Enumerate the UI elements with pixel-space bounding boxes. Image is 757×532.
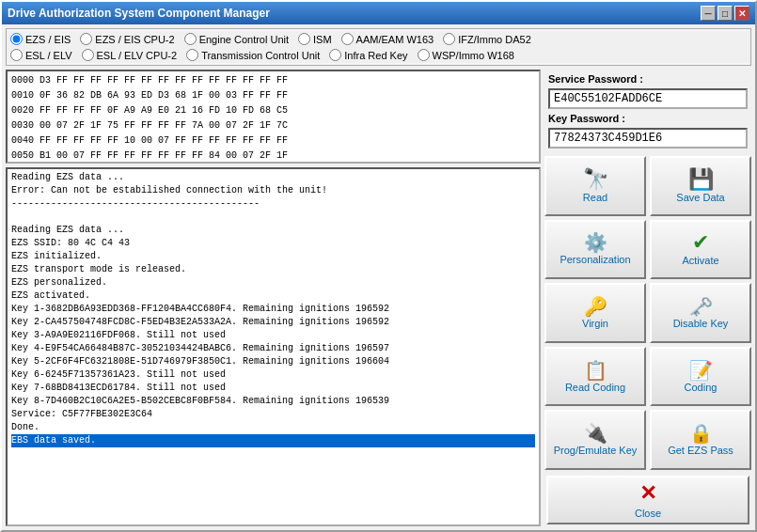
save-data-icon: 💾 — [688, 169, 714, 190]
activate-button[interactable]: ✔ Activate — [650, 220, 751, 280]
close-button[interactable]: ✕ Close — [546, 476, 749, 524]
key-password-input[interactable] — [548, 128, 748, 149]
window-close-button[interactable]: ✕ — [734, 6, 749, 21]
radio-tcu[interactable]: Transmission Control Unit — [186, 49, 320, 61]
virgin-icon: 🔑 — [584, 297, 607, 316]
radio-ifz[interactable]: IFZ/Immo DA52 — [443, 33, 531, 45]
write-coding-icon: 📝 — [689, 361, 713, 380]
disable-key-icon: 🗝️ — [689, 297, 713, 316]
close-section: ✕ Close — [544, 474, 751, 526]
content-area: EZS / EIS EZS / EIS CPU-2 Engine Control… — [2, 24, 755, 530]
minimize-button[interactable]: ─ — [701, 6, 716, 21]
radio-wsp[interactable]: WSP/Immo W168 — [418, 49, 514, 61]
read-label: Read — [583, 192, 607, 203]
personalization-button[interactable]: ⚙️ Personalization — [544, 220, 646, 280]
button-grid: 🔭 Read 💾 Save Data ⚙️ Personalization — [544, 156, 751, 470]
hex-display[interactable]: 0000 D3 FF FF FF FF FF FF FF FF FF FF FF… — [6, 70, 541, 164]
prog-emulate-key-button[interactable]: 🔌 Prog/Emulate Key — [544, 410, 646, 470]
radio-aam-eam[interactable]: AAM/EAM W163 — [341, 33, 434, 45]
read-coding-icon: 📋 — [584, 361, 607, 380]
radio-esl-elv-cpu2[interactable]: ESL / ELV CPU-2 — [82, 49, 178, 61]
radio-row-2: ESL / ELV ESL / ELV CPU-2 Transmission C… — [7, 47, 750, 63]
maximize-button[interactable]: □ — [718, 6, 733, 21]
get-ezs-pass-label: Get EZS Pass — [668, 445, 733, 456]
password-section: Service Password : Key Password : — [544, 70, 751, 152]
radio-ism[interactable]: ISM — [298, 33, 332, 45]
log-area[interactable]: Reading EZS data ...Error: Can not be es… — [6, 167, 541, 526]
radio-ezs-eis-cpu2[interactable]: EZS / EIS CPU-2 — [80, 33, 174, 45]
radio-ecu[interactable]: Engine Control Unit — [184, 33, 289, 45]
key-password-label: Key Password : — [548, 113, 748, 124]
save-data-button[interactable]: 💾 Save Data — [650, 156, 751, 216]
activate-icon: ✔ — [692, 232, 709, 253]
radio-infrared[interactable]: Infra Red Key — [329, 49, 407, 61]
service-password-label: Service Password : — [548, 73, 748, 85]
virgin-button[interactable]: 🔑 Virgin — [544, 283, 646, 343]
read-coding-button[interactable]: 📋 Read Coding — [544, 347, 646, 407]
read-icon: 🔭 — [583, 169, 608, 190]
write-coding-button[interactable]: 📝 Coding — [650, 347, 751, 407]
radio-ezs-eis[interactable]: EZS / EIS — [10, 33, 71, 45]
radio-rows-container: EZS / EIS EZS / EIS CPU-2 Engine Control… — [6, 28, 751, 66]
main-area: 0000 D3 FF FF FF FF FF FF FF FF FF FF FF… — [6, 70, 751, 526]
close-label: Close — [635, 508, 661, 519]
disable-key-label: Disable Key — [673, 318, 729, 329]
get-ezs-pass-button[interactable]: 🔒 Get EZS Pass — [650, 410, 751, 470]
titlebar: Drive Authorization System Component Man… — [2, 2, 755, 24]
radio-esl-elv[interactable]: ESL / ELV — [10, 49, 72, 61]
main-window: Drive Authorization System Component Man… — [0, 0, 757, 532]
disable-key-button[interactable]: 🗝️ Disable Key — [650, 283, 751, 343]
activate-label: Activate — [682, 255, 718, 266]
read-coding-label: Read Coding — [565, 382, 625, 393]
personalization-icon: ⚙️ — [584, 233, 607, 252]
read-button[interactable]: 🔭 Read — [544, 156, 646, 216]
write-coding-label: Coding — [685, 382, 718, 393]
window-title: Drive Authorization System Component Man… — [8, 7, 270, 20]
close-icon: ✕ — [639, 481, 656, 506]
save-data-label: Save Data — [676, 192, 724, 203]
virgin-label: Virgin — [582, 318, 608, 329]
right-panel: Service Password : Key Password : 🔭 Read… — [544, 70, 751, 526]
get-ezs-pass-icon: 🔒 — [689, 424, 713, 443]
service-password-input[interactable] — [548, 88, 748, 109]
titlebar-buttons: ─ □ ✕ — [701, 6, 749, 21]
prog-emulate-label: Prog/Emulate Key — [554, 445, 638, 456]
personalization-label: Personalization — [560, 254, 630, 265]
left-area: 0000 D3 FF FF FF FF FF FF FF FF FF FF FF… — [6, 70, 541, 526]
radio-row-1: EZS / EIS EZS / EIS CPU-2 Engine Control… — [7, 31, 750, 47]
prog-emulate-icon: 🔌 — [584, 424, 607, 443]
